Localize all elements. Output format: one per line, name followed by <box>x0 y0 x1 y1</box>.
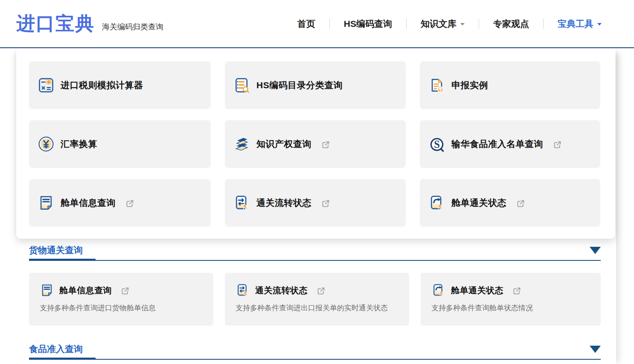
tool-card-label: 汇率换算 <box>61 138 97 150</box>
section-title: 食品准入查询 <box>29 343 83 355</box>
tools-grid: 进口税则模拟计算器 HS编码目录分类查询 申报实例 汇率换算 <box>16 48 615 239</box>
section-rule <box>29 260 601 261</box>
tool-card-label: HS编码目录分类查询 <box>256 79 343 91</box>
nav-item-knowledge-library[interactable]: 知识文库 <box>407 18 479 30</box>
section-rule <box>29 358 601 360</box>
detail-card-label: 通关流转状态 <box>255 285 308 296</box>
site-logo[interactable]: 进口宝典 <box>16 11 95 36</box>
manifest-document-icon <box>38 194 55 211</box>
manifest-status-icon <box>428 194 445 211</box>
nav-label: 首页 <box>297 18 315 30</box>
detail-card-description: 支持多种条件查询进口货物舱单信息 <box>40 303 207 313</box>
tool-card-transit-status[interactable]: 通关流转状态 <box>225 179 406 227</box>
currency-exchange-icon <box>38 136 55 153</box>
catalog-search-icon <box>233 77 250 94</box>
tool-card-hs-catalog-search[interactable]: HS编码目录分类查询 <box>225 61 406 109</box>
detail-card-transit-status[interactable]: 通关流转状态 支持多种条件查询进出口报关单的实时通关状态 <box>225 273 409 326</box>
page: 进口宝典 海关编码归类查询 首页 HS编码查询 知识文库 专家观点 宝典工具 进… <box>0 0 634 364</box>
nav-item-home[interactable]: 首页 <box>283 18 329 30</box>
tool-card-exchange-rate[interactable]: 汇率换算 <box>29 120 211 168</box>
external-link-icon <box>317 286 326 295</box>
tool-card-declaration-examples[interactable]: 申报实例 <box>420 61 600 109</box>
external-link-icon <box>512 286 521 295</box>
tool-card-ip-search[interactable]: 知识产权查询 <box>225 120 406 168</box>
transit-loop-icon <box>236 283 250 298</box>
external-link-icon <box>321 140 330 149</box>
detail-card-description: 支持多种条件查询舱单状态情况 <box>431 303 595 313</box>
collapse-triangle-icon[interactable] <box>590 247 601 254</box>
detail-card-label: 舱单通关状态 <box>451 285 503 296</box>
nav-label: 宝典工具 <box>558 18 593 30</box>
tool-card-label: 舱单信息查询 <box>61 197 116 209</box>
sq-badge-icon: S <box>428 136 445 153</box>
tool-card-label: 申报实例 <box>451 79 488 91</box>
tool-card-manifest-clearance-status[interactable]: 舱单通关状态 <box>420 179 600 227</box>
chevron-down-icon <box>597 23 602 26</box>
tools-dropdown-panel: 进口税则模拟计算器 HS编码目录分类查询 申报实例 汇率换算 <box>0 48 616 364</box>
nav-item-hs-code-search[interactable]: HS编码查询 <box>330 18 406 30</box>
manifest-document-icon <box>40 283 54 298</box>
main-nav: 首页 HS编码查询 知识文库 专家观点 宝典工具 <box>283 18 602 30</box>
detail-card-manifest-clearance-status[interactable]: 舱单通关状态 支持多种条件查询舱单状态情况 <box>421 273 601 326</box>
detail-card-description: 支持多种条件查询进出口报关单的实时通关状态 <box>236 303 403 313</box>
section-header-food-admission: 食品准入查询 <box>29 344 601 355</box>
collapse-triangle-icon[interactable] <box>590 346 601 353</box>
nav-label: 知识文库 <box>421 18 457 30</box>
cargo-clearance-cards: 舱单信息查询 支持多种条件查询进口货物舱单信息 通关流转状态 <box>29 273 616 326</box>
nav-label: HS编码查询 <box>344 18 392 30</box>
site-tagline: 海关编码归类查询 <box>102 22 163 32</box>
site-header: 进口宝典 海关编码归类查询 首页 HS编码查询 知识文库 专家观点 宝典工具 <box>0 0 634 48</box>
tool-card-food-admission-list[interactable]: S 输华食品准入名单查询 <box>420 120 600 168</box>
external-link-icon <box>516 199 525 208</box>
books-stack-icon <box>233 136 250 153</box>
calculator-icon <box>38 77 55 94</box>
tool-card-manifest-info[interactable]: 舱单信息查询 <box>29 179 211 227</box>
tool-card-label: 知识产权查询 <box>256 138 311 150</box>
external-link-icon <box>121 286 130 295</box>
nav-item-treasure-tools[interactable]: 宝典工具 <box>544 18 602 30</box>
svg-text:S: S <box>434 139 440 150</box>
tool-card-label: 进口税则模拟计算器 <box>61 79 143 91</box>
detail-card-label: 舱单信息查询 <box>59 285 112 296</box>
transit-loop-icon <box>233 194 250 211</box>
manifest-status-icon <box>431 283 446 298</box>
tool-card-tariff-calculator[interactable]: 进口税则模拟计算器 <box>29 61 211 109</box>
chevron-down-icon <box>460 23 465 26</box>
section-title: 货物通关查询 <box>29 244 83 256</box>
nav-label: 专家观点 <box>493 18 529 30</box>
tool-card-label: 舱单通关状态 <box>451 197 506 209</box>
external-link-icon <box>125 199 134 208</box>
tool-card-label: 输华食品准入名单查询 <box>451 138 543 150</box>
detail-card-manifest-info[interactable]: 舱单信息查询 支持多种条件查询进口货物舱单信息 <box>29 273 213 326</box>
section-header-cargo-clearance: 货物通关查询 <box>29 245 601 256</box>
declaration-upload-icon <box>428 77 445 94</box>
external-link-icon <box>321 199 330 208</box>
external-link-icon <box>553 140 562 149</box>
tool-card-label: 通关流转状态 <box>256 197 311 209</box>
nav-item-expert-views[interactable]: 专家观点 <box>479 18 543 30</box>
